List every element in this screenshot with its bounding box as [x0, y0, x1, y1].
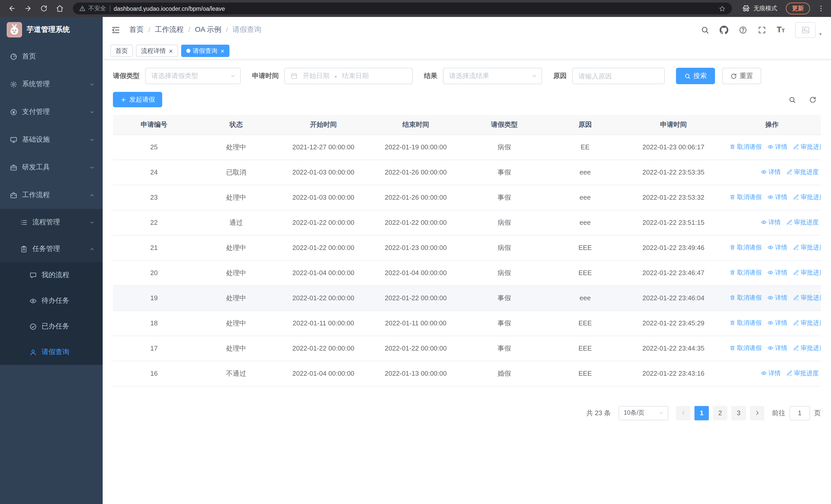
detail-action-link[interactable]: 详情	[761, 218, 781, 227]
sidebar-item-system[interactable]: 系统管理	[0, 70, 103, 98]
progress-action-link[interactable]: 审批进度	[793, 319, 821, 327]
tab-home[interactable]: 首页	[110, 45, 133, 57]
sidebar-item-done-tasks[interactable]: 已办任务	[0, 314, 103, 339]
progress-action-link[interactable]: 审批进度	[786, 369, 819, 378]
end-time-cell: 2022-01-22 00:00:00	[370, 285, 462, 310]
breadcrumb-item[interactable]: 工作流程	[155, 25, 184, 34]
fullscreen-icon[interactable]	[757, 25, 766, 34]
action-label: 取消请假	[737, 319, 762, 327]
apply-time-cell: 2022-01-22 23:46:47	[624, 260, 723, 285]
cancel-action-link[interactable]: 取消请假	[729, 243, 762, 252]
app-logo[interactable]: 芋道管理系统	[0, 17, 103, 42]
github-icon[interactable]	[720, 25, 728, 34]
progress-action-link[interactable]: 审批进度	[793, 243, 821, 252]
detail-action-link[interactable]: 详情	[767, 243, 787, 252]
browser-back-icon[interactable]	[5, 2, 19, 15]
browser-update-button[interactable]: 更新	[786, 3, 810, 14]
detail-action-link[interactable]: 详情	[767, 319, 787, 327]
tab-leave-query[interactable]: 请假查询×	[181, 45, 229, 57]
avatar-image-placeholder-icon	[795, 22, 815, 38]
sidebar-item-todo-tasks[interactable]: 待办任务	[0, 288, 103, 314]
page-button-3[interactable]: 3	[732, 406, 746, 420]
progress-action-link[interactable]: 审批进度	[793, 344, 821, 353]
actions-cell: 取消请假详情审批进度	[723, 185, 821, 210]
cancel-action-link[interactable]: 取消请假	[729, 344, 762, 353]
progress-action-link[interactable]: 审批进度	[793, 294, 821, 302]
start-time-cell: 2022-01-22 00:00:00	[277, 285, 370, 310]
apply-time-range-picker[interactable]: 开始日期 - 结束日期	[284, 68, 413, 84]
cancel-action-link[interactable]: 取消请假	[729, 268, 762, 277]
progress-action-link[interactable]: 审批进度	[793, 268, 821, 277]
action-label: 详情	[768, 218, 781, 227]
detail-action-link[interactable]: 详情	[761, 369, 781, 378]
progress-action-link[interactable]: 审批进度	[793, 143, 821, 151]
browser-menu-icon[interactable]	[815, 2, 826, 15]
edit-icon	[793, 194, 799, 200]
font-size-icon[interactable]: TT	[777, 25, 785, 34]
result-select[interactable]: 请选择流结果	[443, 68, 542, 84]
done-icon	[29, 323, 37, 330]
page-size-select[interactable]: 10条/页	[619, 406, 668, 420]
collapse-sidebar-icon[interactable]	[111, 25, 121, 35]
help-icon[interactable]	[739, 25, 747, 34]
reason-input[interactable]	[572, 68, 665, 84]
sidebar-item-dev-tools[interactable]: 研发工具	[0, 153, 103, 181]
search-button[interactable]: 搜索	[676, 68, 715, 84]
next-page-button[interactable]	[750, 406, 764, 420]
progress-action-link[interactable]: 审批进度	[793, 193, 821, 202]
browser-forward-icon[interactable]	[21, 2, 34, 15]
user-avatar[interactable]	[795, 22, 823, 38]
incognito-icon	[742, 4, 750, 13]
sidebar-item-leave-query[interactable]: 请假查询	[0, 339, 103, 365]
refresh-table-icon[interactable]	[809, 96, 816, 103]
sidebar-item-label: 任务管理	[32, 244, 60, 254]
progress-action-link[interactable]: 审批进度	[786, 168, 819, 177]
create-leave-button[interactable]: 发起请假	[113, 92, 162, 107]
address-bar[interactable]: 不安全 dashboard.yudao.iocoder.cn/bpm/oa/le…	[73, 3, 732, 14]
breadcrumb-item[interactable]: 首页	[130, 25, 144, 34]
detail-action-link[interactable]: 详情	[767, 344, 787, 353]
detail-action-link[interactable]: 详情	[761, 168, 781, 177]
start-time-cell: 2022-01-11 00:00:00	[277, 310, 370, 336]
leave-type-select[interactable]: 请选择请假类型	[145, 68, 241, 84]
sidebar-item-home[interactable]: 首页	[0, 42, 103, 70]
cancel-action-link[interactable]: 取消请假	[729, 294, 762, 302]
progress-action-link[interactable]: 审批进度	[786, 218, 819, 227]
toggle-search-icon[interactable]	[789, 96, 796, 103]
cancel-action-link[interactable]: 取消请假	[729, 319, 762, 327]
sidebar-item-infrastructure[interactable]: 基础设施	[0, 126, 103, 153]
cancel-action-link[interactable]: 取消请假	[729, 193, 762, 202]
column-header: 开始时间	[277, 115, 370, 135]
sidebar-item-task-mgmt[interactable]: 任务管理	[0, 236, 103, 262]
chevron-down-icon	[89, 109, 95, 115]
breadcrumb-item[interactable]: OA 示例	[195, 25, 222, 34]
close-icon[interactable]: ×	[221, 48, 224, 54]
security-warning[interactable]: 不安全	[79, 5, 106, 12]
detail-action-link[interactable]: 详情	[767, 143, 787, 151]
header-search-icon[interactable]	[700, 25, 709, 34]
close-icon[interactable]: ×	[169, 48, 173, 54]
sidebar-item-my-process[interactable]: 我的流程	[0, 262, 103, 288]
prev-page-button[interactable]	[676, 406, 690, 420]
browser-reload-icon[interactable]	[37, 2, 50, 15]
eye-icon	[761, 370, 767, 377]
leave-type-cell: 病假	[462, 260, 547, 285]
goto-page-input[interactable]	[790, 406, 810, 420]
sidebar-item-workflow[interactable]: 工作流程	[0, 181, 103, 209]
tab-process-detail[interactable]: 流程详情×	[136, 45, 178, 57]
sidebar-item-process-mgmt[interactable]: 流程管理	[0, 209, 103, 236]
browser-home-icon[interactable]	[53, 2, 66, 15]
page-button-2[interactable]: 2	[713, 406, 727, 420]
sidebar-item-payment[interactable]: 支付管理	[0, 98, 103, 126]
detail-action-link[interactable]: 详情	[767, 268, 787, 277]
detail-action-link[interactable]: 详情	[767, 294, 787, 302]
end-time-cell: 2022-01-13 00:00:00	[370, 361, 462, 386]
cancel-action-link[interactable]: 取消请假	[729, 143, 762, 151]
bookmark-star-icon[interactable]	[719, 5, 726, 12]
detail-action-link[interactable]: 详情	[767, 193, 787, 202]
page-button-1[interactable]: 1	[694, 406, 709, 420]
url-text[interactable]: dashboard.yudao.iocoder.cn/bpm/oa/leave	[114, 5, 225, 11]
reset-button[interactable]: 重置	[722, 68, 761, 84]
request-id-cell: 24	[113, 159, 195, 185]
trash-icon	[729, 144, 736, 150]
